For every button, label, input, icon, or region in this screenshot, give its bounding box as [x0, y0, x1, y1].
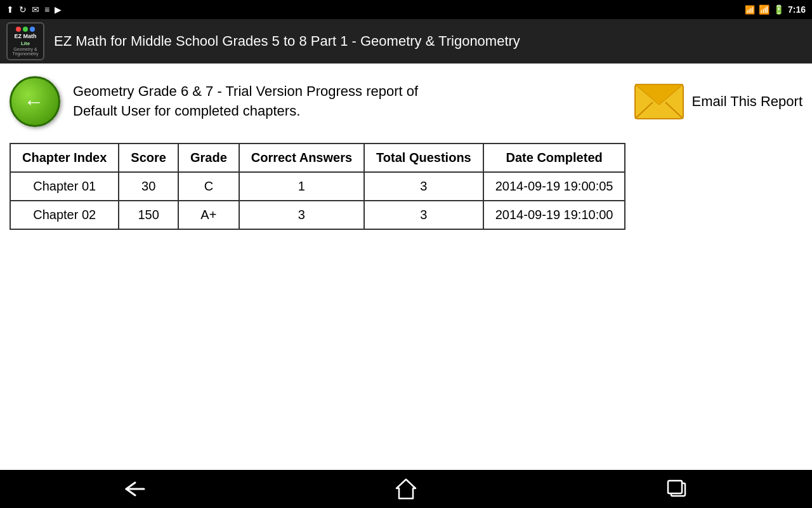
app-header: EZ MathLite Geometry &Trigonometry EZ Ma… — [0, 19, 812, 64]
nav-home-icon — [395, 478, 417, 500]
upload-icon: ⬆ — [6, 4, 14, 15]
email-button[interactable]: Email This Report — [634, 83, 802, 120]
cell-date-completed: 2014-09-19 19:00:05 — [483, 172, 625, 201]
play-icon: ▶ — [55, 4, 62, 15]
nav-back-button[interactable] — [110, 476, 160, 502]
nav-home-button[interactable] — [381, 476, 431, 502]
table-header-row: Chapter Index Score Grade Correct Answer… — [10, 144, 625, 172]
cell-score: 30 — [119, 172, 178, 201]
nav-recents-icon — [666, 479, 688, 498]
bluetooth-icon: 📶 — [745, 5, 755, 15]
top-section: ← Geometry Grade 6 & 7 - Trial Version P… — [10, 76, 802, 127]
cell-chapter-index: Chapter 02 — [10, 201, 119, 229]
status-bar: ⬆ ↻ ✉ ≡ ▶ 📶 📶 🔋 7:16 — [0, 0, 812, 19]
cell-score: 150 — [119, 201, 178, 229]
wifi-icon: 📶 — [759, 4, 769, 15]
report-table: Chapter Index Score Grade Correct Answer… — [10, 143, 625, 230]
cell-date-completed: 2014-09-19 19:10:00 — [483, 201, 625, 229]
cell-grade: A+ — [178, 201, 239, 229]
table-row: Chapter 0130C132014-09-19 19:00:05 — [10, 172, 625, 201]
table-row: Chapter 02150A+332014-09-19 19:10:00 — [10, 201, 625, 229]
bottom-nav — [0, 470, 812, 508]
clock: 7:16 — [788, 4, 806, 15]
logo-text-sub: Geometry &Trigonometry — [13, 47, 39, 56]
logo-circle-blue — [30, 27, 35, 32]
col-header-grade: Grade — [178, 144, 239, 172]
refresh-icon: ↻ — [19, 4, 27, 15]
gmail-icon: ✉ — [32, 4, 39, 15]
col-header-chapter-index: Chapter Index — [10, 144, 119, 172]
svg-rect-7 — [668, 481, 682, 493]
logo-circle-red — [16, 27, 21, 32]
top-left: ← Geometry Grade 6 & 7 - Trial Version P… — [10, 76, 454, 127]
nav-recents-button[interactable] — [652, 476, 702, 502]
email-icon — [634, 83, 684, 120]
status-bar-left: ⬆ ↻ ✉ ≡ ▶ — [6, 4, 62, 15]
email-label: Email This Report — [692, 93, 802, 110]
battery-icon: 🔋 — [773, 4, 784, 15]
cell-grade: C — [178, 172, 239, 201]
cell-correct-answers: 1 — [239, 172, 364, 201]
col-header-total-questions: Total Questions — [364, 144, 483, 172]
list-icon: ≡ — [44, 4, 49, 15]
back-button[interactable]: ← — [10, 76, 60, 127]
app-logo: EZ MathLite Geometry &Trigonometry — [6, 22, 44, 60]
cell-total-questions: 3 — [364, 201, 483, 229]
cell-total-questions: 3 — [364, 172, 483, 201]
col-header-correct-answers: Correct Answers — [239, 144, 364, 172]
logo-text-main: EZ MathLite — [15, 33, 37, 47]
back-arrow-icon: ← — [23, 90, 44, 114]
svg-marker-5 — [396, 479, 416, 498]
col-header-score: Score — [119, 144, 178, 172]
report-title: Geometry Grade 6 & 7 - Trial Version Pro… — [73, 82, 454, 121]
cell-chapter-index: Chapter 01 — [10, 172, 119, 201]
col-header-date-completed: Date Completed — [483, 144, 625, 172]
main-content: ← Geometry Grade 6 & 7 - Trial Version P… — [0, 64, 812, 243]
cell-correct-answers: 3 — [239, 201, 364, 229]
nav-back-icon — [124, 480, 147, 498]
status-bar-right: 📶 📶 🔋 7:16 — [745, 4, 806, 15]
app-title: EZ Math for Middle School Grades 5 to 8 … — [54, 33, 520, 50]
logo-circle-green — [23, 27, 28, 32]
